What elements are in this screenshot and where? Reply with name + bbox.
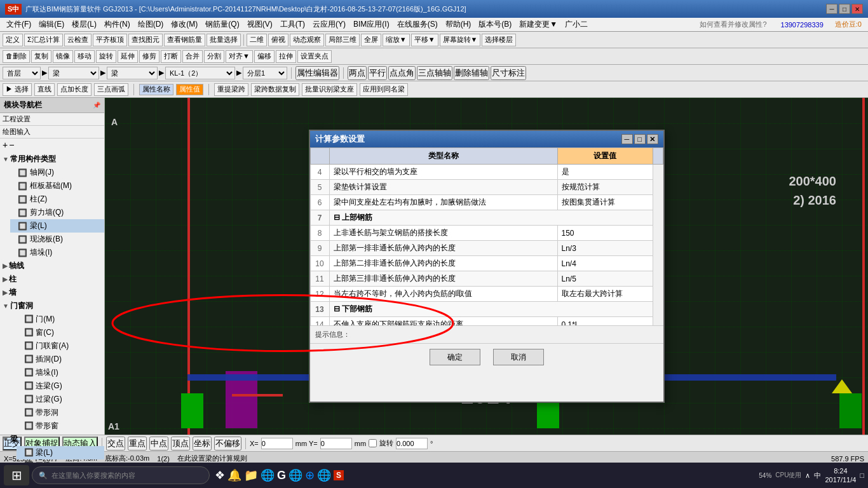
parallel-button[interactable]: 平行	[368, 66, 387, 80]
nav-beam[interactable]: 🔲梁(L)	[10, 219, 104, 233]
midpoint-button[interactable]: 重点	[128, 437, 147, 451]
maximize-button[interactable]: □	[839, 4, 850, 14]
stretch-button[interactable]: 拉伸	[276, 50, 296, 63]
nav-shearwall[interactable]: 🔲剪力墙(Q)	[10, 206, 104, 219]
extend-button[interactable]: 延伸	[118, 50, 138, 63]
row-value[interactable]: 0.1*L	[557, 317, 653, 326]
menu-view[interactable]: 视图(V)	[243, 18, 276, 31]
select-floor-button[interactable]: 选择楼层	[482, 34, 516, 46]
globe-icon[interactable]: 🌐	[288, 468, 302, 482]
dynamic-view-button[interactable]: 动态观察	[290, 34, 324, 46]
menu-bim[interactable]: BIM应用(I)	[349, 18, 393, 31]
nav-lintel[interactable]: 🔲 连梁(G)	[17, 379, 104, 393]
nav-striphole[interactable]: 🔲 带形洞	[17, 406, 104, 419]
taskview-icon[interactable]: ❖	[215, 468, 225, 482]
g-icon[interactable]: G	[277, 469, 286, 482]
dimension-button[interactable]: 尺寸标注	[491, 66, 526, 80]
copy-span-button[interactable]: 梁跨数据复制	[251, 83, 299, 96]
point-angle-button[interactable]: 点点角	[388, 66, 416, 80]
y-input[interactable]	[320, 438, 352, 449]
find-element-button[interactable]: 查找图元	[128, 34, 163, 46]
top-view-button[interactable]: 俯视	[268, 34, 288, 46]
add-icon[interactable]: +	[3, 140, 8, 150]
nav-wall-parent[interactable]: ▶ 墙	[0, 286, 104, 299]
menu-component[interactable]: 构件(N)	[100, 18, 134, 31]
param-table-scroll[interactable]: 类型名称 设置值 4 梁以平行相交的墙为支座 是5 梁垫铁计算设置 按规范计算6…	[310, 147, 663, 325]
nav-overbeam[interactable]: 🔲 过梁(G)	[17, 393, 104, 406]
nav-axle[interactable]: 🔲轴网(J)	[10, 166, 104, 179]
cloud-check-button[interactable]: 云检查	[64, 34, 92, 46]
line-button[interactable]: 直线	[34, 83, 55, 96]
prop-editor-button[interactable]: 属性编辑器	[295, 66, 339, 80]
search-bar[interactable]: 🔍 在这里输入你要搜索的内容	[32, 466, 210, 484]
center-button[interactable]: 中点	[149, 437, 168, 451]
layer-select[interactable]: 分层1	[243, 67, 287, 79]
split-button[interactable]: 分割	[204, 50, 224, 63]
nav-wallend2[interactable]: 🔲 墙垛(I)	[17, 366, 104, 379]
x-input[interactable]	[261, 438, 293, 449]
rotate-input[interactable]	[396, 438, 428, 449]
file-icon[interactable]: 📁	[244, 468, 258, 482]
row-value[interactable]: Ln/4	[557, 256, 653, 271]
beam-type-select[interactable]: 梁	[107, 67, 158, 79]
intersect-button[interactable]: 交点	[106, 437, 125, 451]
drawing-input[interactable]: 绘图输入	[0, 126, 104, 139]
minimize-button[interactable]: ─	[826, 4, 837, 14]
nav-axis-parent[interactable]: ▶ 轴线	[0, 259, 104, 273]
align-top-button[interactable]: 平齐板顶	[93, 34, 127, 46]
menu-gxe[interactable]: 广小二	[561, 18, 592, 31]
dialog-close[interactable]: ✕	[647, 134, 658, 144]
menu-tool[interactable]: 工具(T)	[276, 18, 309, 31]
pan-button[interactable]: 平移▼	[411, 34, 438, 46]
panel-pin-icon[interactable]: 📌	[93, 102, 100, 109]
copy-button[interactable]: 复制	[31, 50, 51, 63]
local-3d-button[interactable]: 局部三维	[325, 34, 360, 46]
nav-hole[interactable]: 🔲 插洞(D)	[17, 353, 104, 366]
dialog-minimize[interactable]: ─	[621, 134, 633, 144]
coord-button[interactable]: 坐标	[193, 437, 212, 451]
nav-col-parent[interactable]: ▶ 柱	[0, 273, 104, 286]
batch-select-button[interactable]: 批量选择	[207, 34, 241, 46]
floor-select[interactable]: 首层	[3, 67, 41, 79]
nav-stripwin[interactable]: 🔲 带形窗	[17, 419, 104, 433]
2d-button[interactable]: 二维	[247, 34, 267, 46]
nav-door-parent[interactable]: ▼ 门窗洞	[0, 299, 104, 313]
menu-new-change[interactable]: 新建变更▼	[515, 18, 561, 31]
vertex-button[interactable]: 顶点	[171, 437, 190, 451]
project-setting[interactable]: 工程设置	[0, 113, 104, 126]
three-point-button[interactable]: 三点轴轴	[417, 66, 452, 80]
row-value[interactable]: 取左右最大跨计算	[557, 287, 653, 302]
sub-icon[interactable]: −	[9, 140, 14, 150]
point-length-button[interactable]: 点加长度	[57, 83, 92, 96]
notification-icon[interactable]: □	[860, 471, 864, 479]
row-value[interactable]: 按规范计算	[557, 180, 653, 195]
mirror-button[interactable]: 镜像	[53, 50, 73, 63]
row-value[interactable]: Ln/3	[557, 241, 653, 256]
grip-button[interactable]: 设置夹点	[297, 50, 332, 63]
row-value[interactable]: 按图集贯通计算	[557, 195, 653, 210]
apply-same-button[interactable]: 应用到同名梁	[360, 83, 408, 96]
menu-online[interactable]: 在线服务(S)	[393, 18, 442, 31]
ie-icon[interactable]: 🌐	[261, 468, 275, 482]
no-offset-button[interactable]: 不偏移	[214, 437, 241, 451]
menu-help[interactable]: 帮助(H)	[442, 18, 475, 31]
nav-door[interactable]: 🔲 门(M)	[17, 313, 104, 326]
nav-wall-end[interactable]: 🔲墙垛(I)	[10, 246, 104, 259]
nav-base[interactable]: 🔲框板基础(M)	[10, 179, 104, 193]
lang-icon[interactable]: 中	[814, 471, 821, 480]
trim-button[interactable]: 修剪	[139, 50, 159, 63]
delete-button[interactable]: 🗑删除	[3, 50, 30, 63]
fullscreen-button[interactable]: 全屏	[361, 34, 381, 46]
nav-col[interactable]: 🔲柱(Z)	[10, 193, 104, 206]
kl-select[interactable]: KL-1（2）	[165, 67, 235, 79]
menu-modify[interactable]: 修改(M)	[167, 18, 201, 31]
ie2-icon[interactable]: 🌐	[317, 468, 331, 482]
nav-beam2[interactable]: 🔲 梁(L)	[17, 446, 104, 459]
arc-button[interactable]: 三点画弧	[94, 83, 128, 96]
merge-button[interactable]: 合并	[182, 50, 203, 63]
view-steel-button[interactable]: 查看钢筋量	[164, 34, 205, 46]
zoom-button[interactable]: 缩放▼	[383, 34, 410, 46]
menu-draw[interactable]: 绘图(D)	[134, 18, 168, 31]
type-select[interactable]: 梁	[48, 67, 99, 79]
row-value[interactable]: 是	[557, 165, 653, 180]
